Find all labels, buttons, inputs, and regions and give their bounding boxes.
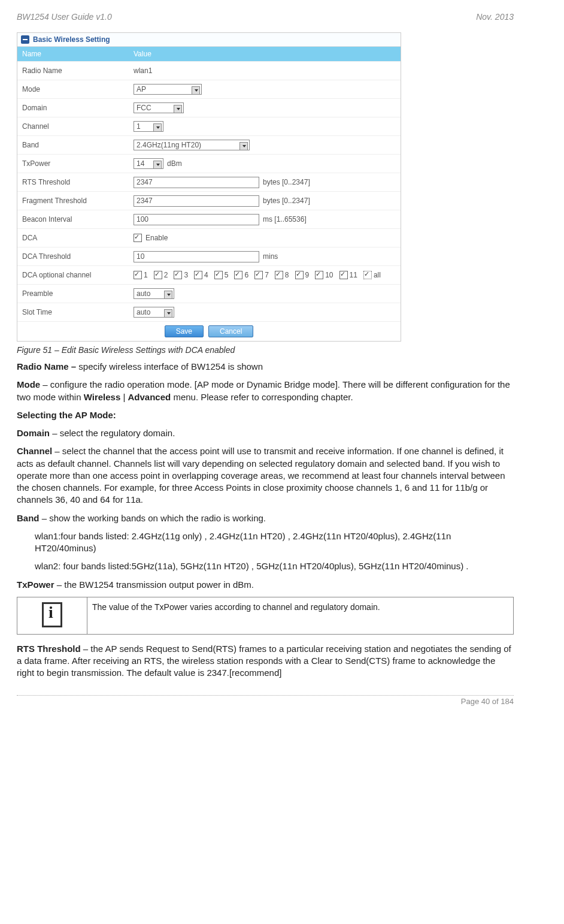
mode-select[interactable]: AP: [134, 84, 202, 95]
label-dca-threshold: DCA Threshold: [17, 249, 129, 264]
col-value: Value: [129, 47, 401, 61]
label-frag: Fragment Threshold: [17, 194, 129, 208]
save-button[interactable]: Save: [165, 325, 204, 337]
beacon-input[interactable]: 100: [134, 214, 259, 225]
row-radio-name: Radio Name wlan1: [17, 61, 401, 80]
bold-txpower: TxPower: [17, 579, 54, 590]
rts-hint: bytes [0..2347]: [263, 178, 310, 186]
dca-ch-8-checkbox[interactable]: [275, 271, 283, 279]
text-radio-name: specify wireless interface of BW1254 is …: [76, 361, 263, 372]
text-domain: – select the regulatory domain.: [50, 428, 175, 438]
label-mode: Mode: [17, 82, 129, 96]
bold-select-ap: Selecting the AP Mode:: [17, 410, 116, 420]
label-slot: Slot Time: [17, 305, 129, 319]
para-wlan1: wlan1:four bands listed: 2.4GHz(11g only…: [35, 530, 514, 555]
dca-ch-11-label: 11: [350, 271, 357, 279]
button-bar: Save Cancel: [17, 321, 401, 341]
label-domain: Domain: [17, 101, 129, 115]
dca-ch-6-label: 6: [244, 271, 248, 279]
doc-header-right: Nov. 2013: [476, 12, 514, 22]
dca-ch-2-label: 2: [164, 271, 168, 279]
info-text: The value of the TxPower varies accordin…: [87, 597, 514, 634]
txpower-unit: dBm: [167, 159, 182, 168]
dca-ch-11-checkbox[interactable]: [339, 271, 348, 279]
para-rts: RTS Threshold – the AP sends Request to …: [17, 643, 514, 680]
para-domain: Domain – select the regulatory domain.: [17, 427, 514, 439]
dca-ch-5-checkbox[interactable]: [214, 271, 223, 279]
domain-select[interactable]: FCC: [134, 102, 184, 113]
dca-ch-4-label: 4: [204, 271, 208, 279]
dca-ch-1-checkbox[interactable]: [134, 271, 142, 279]
text-rts: – the AP sends Request to Send(RTS) fram…: [17, 644, 511, 678]
slot-select[interactable]: auto: [134, 307, 174, 318]
row-channel: Channel 1: [17, 117, 401, 135]
info-table: The value of the TxPower varies accordin…: [17, 597, 514, 635]
bold-domain: Domain: [17, 428, 50, 438]
label-beacon: Beacon Interval: [17, 212, 129, 227]
bold-channel: Channel: [17, 446, 52, 456]
row-rts: RTS Threshold 2347 bytes [0..2347]: [17, 173, 401, 191]
info-icon-cell: [17, 597, 87, 634]
band-select[interactable]: 2.4GHz(11ng HT20): [134, 140, 250, 150]
row-slot: Slot Time auto: [17, 303, 401, 321]
text-txpower: – the BW1254 transmission output power i…: [54, 579, 254, 590]
txpower-select[interactable]: 14: [134, 158, 163, 169]
figure-caption: Figure 51 – Edit Basic Wireless Settings…: [17, 345, 514, 355]
beacon-hint: ms [1..65536]: [263, 215, 307, 224]
frag-input[interactable]: 2347: [134, 195, 259, 207]
info-icon: [42, 602, 62, 627]
rts-input[interactable]: 2347: [134, 177, 259, 188]
dca-ch-3-label: 3: [184, 271, 188, 279]
label-txpower: TxPower: [17, 156, 129, 171]
dca-threshold-input[interactable]: 10: [134, 251, 259, 262]
text-band: – show the working bands on which the ra…: [40, 513, 266, 523]
text-sep: |: [120, 392, 128, 402]
row-dca: DCA Enable: [17, 228, 401, 247]
dca-ch-10-checkbox[interactable]: [315, 271, 323, 279]
dca-ch-7-label: 7: [265, 271, 269, 279]
bold-advanced: Advanced: [128, 392, 171, 402]
para-channel: Channel – select the channel that the ac…: [17, 445, 514, 506]
dca-ch-5-label: 5: [225, 271, 229, 279]
preamble-select[interactable]: auto: [134, 288, 174, 299]
para-mode: Mode – configure the radio operation mod…: [17, 379, 514, 403]
para-wlan2: wlan2: four bands listed:5GHz(11a), 5GHz…: [35, 560, 514, 572]
row-domain: Domain FCC: [17, 98, 401, 117]
para-radio-name: Radio Name – specify wireless interface …: [17, 361, 514, 373]
dca-ch-9-label: 9: [305, 271, 310, 279]
label-channel: Channel: [17, 119, 129, 134]
label-preamble: Preamble: [17, 286, 129, 301]
dca-ch-8-label: 8: [285, 271, 289, 279]
dca-ch-2-checkbox[interactable]: [154, 271, 162, 279]
row-frag: Fragment Threshold 2347 bytes [0..2347]: [17, 191, 401, 210]
doc-header-left: BW1254 User Guide v1.0: [17, 12, 112, 22]
dca-ch-7-checkbox[interactable]: [254, 271, 263, 279]
dca-ch-10-label: 10: [325, 271, 333, 279]
dca-ch-6-checkbox[interactable]: [234, 271, 242, 279]
dca-ch-9-checkbox[interactable]: [295, 271, 304, 279]
dca-ch-all-checkbox[interactable]: [363, 271, 372, 279]
row-preamble: Preamble auto: [17, 284, 401, 303]
dca-ch-3-checkbox[interactable]: [174, 271, 182, 279]
dca-threshold-hint: mins: [263, 252, 278, 261]
bold-mode: Mode: [17, 379, 40, 389]
collapse-icon[interactable]: [21, 35, 29, 44]
row-mode: Mode AP: [17, 80, 401, 98]
panel-title: Basic Wireless Setting: [33, 35, 110, 44]
channel-select[interactable]: 1: [134, 121, 163, 132]
para-txpower: TxPower – the BW1254 transmission output…: [17, 579, 514, 591]
row-txpower: TxPower 14 dBm: [17, 154, 401, 173]
col-name: Name: [17, 47, 129, 61]
frag-hint: bytes [0..2347]: [263, 197, 310, 205]
bold-radio-name: Radio Name –: [17, 361, 76, 372]
cancel-button[interactable]: Cancel: [208, 325, 253, 337]
label-radio-name: Radio Name: [17, 64, 129, 78]
page-footer: Page 40 of 184: [17, 695, 514, 706]
dca-checkbox[interactable]: [134, 234, 142, 242]
dca-ch-4-checkbox[interactable]: [194, 271, 202, 279]
row-dca-optional: DCA optional channel 1 2 3 4 5 6 7 8 9 1…: [17, 265, 401, 284]
para-band: Band – show the working bands on which t…: [17, 512, 514, 524]
label-dca: DCA: [17, 231, 129, 245]
text-mode-2: menu. Please refer to corresponding chap…: [171, 392, 353, 402]
bold-rts: RTS Threshold: [17, 644, 81, 654]
